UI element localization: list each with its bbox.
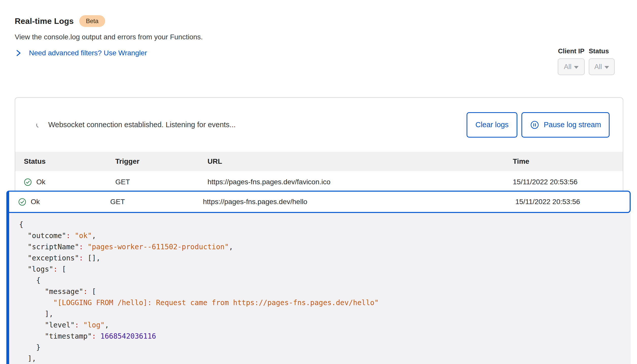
row-url: https://pages-fns.pages.dev/hello <box>203 198 515 206</box>
caret-down-icon <box>574 66 579 69</box>
column-header-time: Time <box>513 157 623 166</box>
pause-circle-icon <box>530 120 539 129</box>
caret-down-icon <box>604 66 609 69</box>
clear-logs-button[interactable]: Clear logs <box>467 112 517 138</box>
pause-log-stream-label: Pause log stream <box>544 121 601 129</box>
status-filter-label: Status <box>589 47 609 55</box>
page-header: Real-time Logs Beta <box>15 15 105 27</box>
websocket-status-bar: Websocket connection established. Listen… <box>15 98 623 152</box>
client-ip-filter-value: All <box>564 63 571 71</box>
page-subtitle: View the console.log output and errors f… <box>15 33 203 41</box>
client-ip-filter-dropdown[interactable]: All <box>558 58 585 75</box>
chevron-right-icon <box>16 49 21 57</box>
row-status: Ok <box>31 198 40 206</box>
row-status: Ok <box>36 178 45 186</box>
check-circle-icon <box>24 178 32 186</box>
advanced-filters-link-label: Need advanced filters? Use Wrangler <box>29 49 147 57</box>
selected-table-row[interactable]: Ok GET https://pages-fns.pages.dev/hello… <box>6 191 631 213</box>
table-header: Status Trigger URL Time <box>15 152 623 171</box>
row-url: https://pages-fns.pages.dev/favicon.ico <box>208 178 513 186</box>
client-ip-filter-label: Client IP <box>558 47 584 55</box>
advanced-filters-link[interactable]: Need advanced filters? Use Wrangler <box>16 49 147 57</box>
column-header-url: URL <box>208 157 513 166</box>
check-circle-icon <box>18 198 26 206</box>
row-time: 15/11/2022 20:53:56 <box>513 178 623 186</box>
clear-logs-label: Clear logs <box>475 121 509 129</box>
status-filter-value: All <box>594 63 602 71</box>
log-json-payload: { "outcome": "ok", "scriptName": "pages-… <box>9 213 631 364</box>
table-row[interactable]: Ok GET https://pages-fns.pages.dev/favic… <box>15 171 623 193</box>
json-code: { "outcome": "ok", "scriptName": "pages-… <box>19 219 631 364</box>
row-trigger: GET <box>115 178 208 186</box>
pause-log-stream-button[interactable]: Pause log stream <box>521 112 610 138</box>
row-trigger: GET <box>110 198 203 206</box>
beta-badge: Beta <box>79 15 105 27</box>
status-filter-dropdown[interactable]: All <box>589 58 615 75</box>
column-header-status: Status <box>24 157 115 166</box>
loading-spinner-icon <box>36 121 43 128</box>
column-header-trigger: Trigger <box>115 157 208 166</box>
page-title: Real-time Logs <box>15 16 74 26</box>
websocket-status-text: Websocket connection established. Listen… <box>48 121 236 129</box>
row-time: 15/11/2022 20:53:56 <box>515 198 630 206</box>
expanded-log-entry: Ok GET https://pages-fns.pages.dev/hello… <box>6 191 631 364</box>
